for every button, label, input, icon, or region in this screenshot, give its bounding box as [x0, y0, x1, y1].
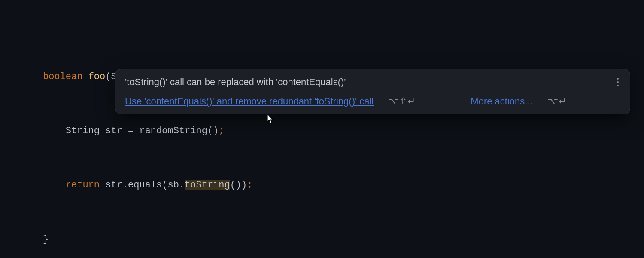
- paren-pair: (): [230, 180, 241, 190]
- code-line-3[interactable]: return str.equals(sb.toString());: [43, 176, 644, 194]
- method-equals: equals: [128, 180, 162, 190]
- code-line-4[interactable]: }: [43, 230, 644, 249]
- var-str: str: [100, 126, 128, 136]
- code-editor[interactable]: boolean foo(StringBuilder sb) { String s…: [0, 0, 644, 258]
- semicolon: ;: [219, 126, 224, 136]
- keyword-return: return: [66, 180, 100, 190]
- space: [134, 126, 139, 136]
- obj-str: str: [105, 180, 122, 190]
- type-string: String: [66, 126, 100, 136]
- keyword-boolean: boolean: [43, 71, 82, 82]
- more-actions-shortcut: ⌥↵: [547, 96, 567, 107]
- method-name: foo: [88, 71, 106, 82]
- paren-open: (: [105, 71, 111, 82]
- indent-guide: [43, 33, 43, 69]
- tooltip-title: 'toString()' call can be replaced with '…: [125, 77, 346, 88]
- highlight-tostring[interactable]: toString: [185, 180, 230, 190]
- quick-fix-link[interactable]: Use 'contentEquals()' and remove redunda…: [125, 96, 374, 107]
- more-actions-link[interactable]: More actions...: [471, 96, 532, 107]
- indent: [43, 126, 66, 136]
- tooltip-actions: Use 'contentEquals()' and remove redunda…: [125, 96, 620, 107]
- tooltip-header: 'toString()' call can be replaced with '…: [125, 76, 620, 88]
- equals-op: =: [128, 126, 134, 136]
- code-line-2[interactable]: String str = randomString();: [43, 122, 644, 140]
- arg-sb: sb: [167, 180, 179, 190]
- method-tostring: toString: [185, 180, 230, 190]
- dot: .: [179, 180, 185, 190]
- paren-close: ): [241, 180, 247, 190]
- space: [100, 180, 105, 190]
- dot: .: [122, 180, 128, 190]
- quick-fix-shortcut: ⌥⇧↵: [388, 96, 416, 107]
- indent: [43, 180, 66, 190]
- brace-close: }: [43, 234, 49, 245]
- semicolon: ;: [247, 180, 252, 190]
- inspection-tooltip: 'toString()' call can be replaced with '…: [115, 69, 630, 114]
- call-randomstring: randomString(): [139, 126, 219, 136]
- kebab-menu-icon[interactable]: [615, 76, 620, 88]
- paren-open: (: [162, 180, 167, 190]
